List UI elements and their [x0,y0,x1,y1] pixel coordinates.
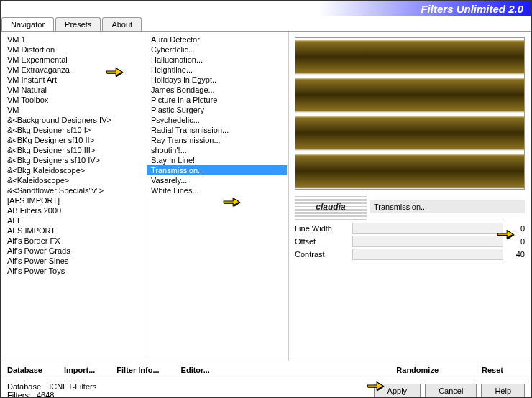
filter-item[interactable]: Aura Detector [147,34,287,45]
category-item[interactable]: VM Toolbox [3,95,143,105]
status-bar: Database:ICNET-Filters Filters:4648 Appl… [1,379,531,398]
slider-label: Line Width [295,224,352,233]
slider-row: Line Width0 [295,223,525,234]
filter-item[interactable]: Picture in a Picture [147,95,287,105]
category-item[interactable]: &<Bkg Kaleidoscope> [3,165,143,175]
filter-item[interactable]: James Bondage... [147,85,287,95]
category-item[interactable]: VM Instant Art [3,75,143,85]
filter-header-row: claudia Transmission... [295,194,525,220]
category-item[interactable]: [AFS IMPORT] [3,195,143,205]
filters-label: Filters: [7,391,31,398]
category-item[interactable]: VM [3,105,143,115]
category-list[interactable]: VM 1VM DistortionVM ExperimentalVM Extra… [1,32,145,361]
slider-label: Contrast [295,250,352,259]
category-item[interactable]: VM 1 [3,34,143,45]
category-item[interactable]: &<BKg Designer sf10 II> [3,135,143,145]
category-item[interactable]: &<Kaleidoscope> [3,175,143,185]
category-item[interactable]: AFS IMPORT [3,226,143,236]
tab-strip: Navigator Presets About [1,17,531,32]
dialog-buttons: Apply Cancel Help [374,384,525,398]
import-link[interactable]: Import... [64,366,95,374]
category-item[interactable]: &<Sandflower Specials°v°> [3,185,143,195]
filter-item[interactable]: Hallucination... [147,55,287,65]
tab-about[interactable]: About [102,17,142,31]
category-item[interactable]: VM Experimental [3,55,143,65]
preview-panel: claudia Transmission... Line Width0Offse… [289,32,531,361]
category-item[interactable]: Alf's Power Sines [3,256,143,266]
filter-item[interactable]: shoutin'!... [147,145,287,155]
effect-preview [295,37,525,190]
filter-item[interactable]: Stay In Line! [147,155,287,165]
category-item[interactable]: Alf's Power Grads [3,246,143,256]
main-area: VM 1VM DistortionVM ExperimentalVM Extra… [1,32,531,361]
link-bar: Database Import... Filter Info... Editor… [1,361,531,379]
filters-value: 4648 [37,391,54,398]
slider-area: Line Width0Offset0Contrast40 [295,223,525,260]
help-button[interactable]: Help [481,384,525,398]
slider-value: 0 [503,237,525,246]
db-label: Database: [7,382,43,391]
apply-button[interactable]: Apply [374,384,421,398]
filter-item[interactable]: Transmission... [147,165,287,175]
author-logo: claudia [295,194,367,220]
filter-item[interactable]: Plastic Surgery [147,105,287,115]
filter-item[interactable]: Heightline... [147,65,287,75]
category-item[interactable]: Alf's Power Toys [3,266,143,276]
slider-label: Offset [295,237,352,246]
filter-item[interactable]: White Lines... [147,185,287,195]
filter-item[interactable]: Cyberdelic... [147,45,287,55]
category-item[interactable]: &<Background Designers IV> [3,115,143,125]
slider-row: Contrast40 [295,249,525,260]
slider-value: 0 [503,224,525,233]
db-value: ICNET-Filters [49,382,96,391]
category-item[interactable]: AB Filters 2000 [3,205,143,216]
filter-list[interactable]: Aura DetectorCyberdelic...Hallucination.… [145,32,289,361]
tab-navigator[interactable]: Navigator [1,17,54,31]
slider-track[interactable] [352,236,503,247]
filter-item[interactable]: Psychedelic... [147,115,287,125]
reset-link[interactable]: Reset [482,366,503,374]
slider-row: Offset0 [295,236,525,247]
app-title: Filters Unlimited 2.0 [421,3,523,15]
status-info: Database:ICNET-Filters Filters:4648 [7,382,96,398]
category-item[interactable]: Alf's Border FX [3,236,143,246]
tab-presets[interactable]: Presets [55,17,101,31]
category-item[interactable]: AFH [3,216,143,226]
filter-item[interactable]: Ray Transmission... [147,135,287,145]
category-item[interactable]: &<Bkg Designer sf10 I> [3,125,143,135]
filter-item[interactable]: Holidays in Egypt.. [147,75,287,85]
filter-item[interactable]: Radial Transmission... [147,125,287,135]
category-item[interactable]: VM Distortion [3,45,143,55]
slider-value: 40 [503,250,525,259]
category-item[interactable]: VM Extravaganza [3,65,143,75]
slider-track[interactable] [352,249,503,260]
category-item[interactable]: &<Bkg Designers sf10 IV> [3,155,143,165]
database-link[interactable]: Database [7,366,42,374]
filter-item[interactable]: Vasarely... [147,175,287,185]
cancel-button[interactable]: Cancel [425,384,477,398]
filter-info-link[interactable]: Filter Info... [116,366,159,374]
category-item[interactable]: &<Bkg Designer sf10 III> [3,145,143,155]
category-item[interactable]: VM Natural [3,85,143,95]
current-filter-name: Transmission... [370,200,525,213]
editor-link[interactable]: Editor... [181,366,210,374]
randomize-link[interactable]: Randomize [396,366,439,374]
slider-track[interactable] [352,223,503,234]
title-bar: Filters Unlimited 2.0 [1,1,531,16]
